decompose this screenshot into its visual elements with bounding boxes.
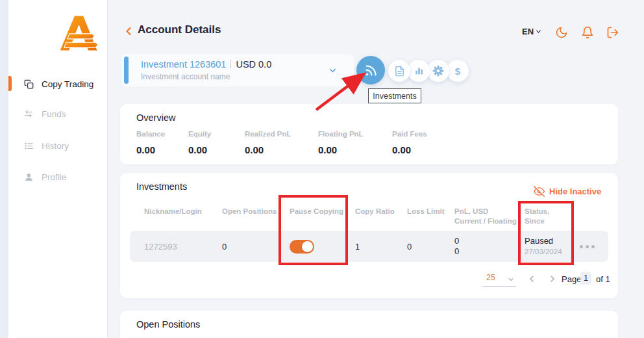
report-tab-button[interactable]	[388, 60, 410, 82]
cell-open-positions: 0	[222, 231, 227, 262]
open-positions-card: Open Positions	[120, 311, 618, 338]
bar-chart-icon	[414, 66, 425, 77]
overview-title: Overview	[136, 112, 175, 123]
open-positions-title: Open Positions	[136, 319, 200, 330]
current-page-box: 1	[580, 272, 591, 285]
metric-value: 0.00	[136, 144, 165, 155]
page-of-label: of 1	[596, 274, 610, 284]
cell-loss-limit: 0	[407, 231, 412, 262]
metric-value: 0.00	[245, 144, 291, 155]
sidebar-item-copy-trading[interactable]: Copy Trading	[8, 75, 107, 92]
rows-per-page-select[interactable]: 25	[482, 271, 516, 287]
copy-icon	[23, 79, 34, 89]
metric-equity: Equity 0.00	[188, 130, 211, 155]
rows-per-page-value: 25	[486, 273, 495, 282]
list-icon	[23, 140, 34, 151]
left-edge-strip	[0, 0, 8, 338]
investments-tab-button[interactable]	[356, 56, 385, 84]
amarkets-logo[interactable]	[59, 16, 99, 51]
settings-tab-button[interactable]	[427, 60, 449, 82]
sidebar-item-funds[interactable]: Funds	[8, 105, 107, 122]
sidebar-item-history[interactable]: History	[8, 137, 107, 154]
account-name: Investment 1263601	[141, 59, 226, 70]
metric-value: 0.00	[318, 144, 364, 155]
rss-investments-icon	[364, 64, 378, 77]
col-header-loss-limit: Loss Limit	[407, 207, 445, 216]
page-title: Account Details	[138, 23, 221, 36]
col-header-pause-copying: Pause Copying	[290, 207, 343, 216]
cell-pnl: 0 0	[454, 231, 459, 262]
fees-tab-button[interactable]: $	[447, 60, 469, 82]
transfer-icon	[23, 109, 34, 119]
next-page-button[interactable]	[547, 274, 558, 284]
status-since: 27/03/2024	[525, 246, 562, 257]
moon-icon[interactable]	[555, 26, 568, 39]
metric-label: Equity	[188, 130, 211, 138]
chevron-down-icon	[535, 28, 542, 35]
investments-title: Investments	[136, 181, 187, 192]
account-selector[interactable]: Investment 1263601 USD 0.0 Investment ac…	[121, 54, 354, 86]
sidebar-item-label: History	[42, 141, 69, 151]
metric-label: Realized PnL	[245, 130, 291, 138]
table-row: 1272593 0 1 0 0 0 Paused 27/03/2024	[130, 231, 608, 262]
sidebar-item-label: Copy Trading	[42, 79, 93, 89]
metric-value: 0.00	[392, 144, 427, 155]
sidebar-item-label: Funds	[42, 109, 66, 119]
chevron-down-icon	[507, 276, 515, 283]
investments-card: Investments Hide Inactive Nickname/Login…	[120, 173, 618, 298]
metric-label: Balance	[136, 130, 165, 138]
bell-icon[interactable]	[581, 26, 594, 39]
account-details-page: Copy Trading Funds History Profile Accou…	[0, 0, 644, 338]
logout-icon[interactable]	[606, 26, 619, 39]
investments-tooltip: Investments	[368, 88, 421, 103]
metric-floating-pnl: Floating PnL 0.00	[318, 130, 364, 155]
metric-paid-fees: Paid Fees 0.00	[392, 130, 427, 155]
metric-value: 0.00	[188, 144, 211, 155]
sidebar-item-profile[interactable]: Profile	[8, 168, 107, 185]
pause-copying-toggle[interactable]	[290, 240, 314, 254]
col-header-nickname: Nickname/Login	[144, 207, 202, 216]
eye-off-icon	[534, 186, 545, 197]
metric-label: Paid Fees	[392, 130, 427, 138]
divider	[230, 60, 231, 69]
language-selector[interactable]: EN	[522, 27, 542, 36]
page-label: Page	[562, 274, 581, 284]
pnl-current: 0	[454, 236, 459, 246]
sidebar-item-label: Profile	[42, 172, 66, 182]
col-header-copy-ratio: Copy Ratio	[355, 207, 395, 216]
cell-copy-ratio: 1	[355, 231, 360, 262]
cell-status: Paused 27/03/2024	[525, 231, 562, 262]
hide-inactive-button[interactable]: Hide Inactive	[534, 186, 601, 197]
account-balance: USD 0.0	[236, 59, 271, 70]
back-button[interactable]	[122, 25, 135, 38]
col-header-pnl: PnL, USDCurrent / Floating	[454, 207, 517, 226]
account-accent-bar	[124, 57, 129, 84]
status-badge: Paused	[525, 236, 553, 246]
toggle-knob	[302, 241, 313, 252]
language-label: EN	[522, 27, 534, 36]
metric-realized-pnl: Realized PnL 0.00	[245, 130, 291, 155]
col-header-open-positions: Open Positions	[222, 207, 277, 216]
statistics-tab-button[interactable]	[408, 60, 430, 82]
account-subtitle: Investment account name	[141, 72, 230, 81]
metric-label: Floating PnL	[318, 130, 364, 138]
pnl-floating: 0	[454, 246, 459, 257]
metric-balance: Balance 0.00	[136, 130, 165, 155]
chevron-down-icon[interactable]	[328, 66, 338, 75]
gear-icon	[432, 65, 444, 77]
row-actions-menu[interactable]	[580, 231, 595, 262]
user-icon	[23, 172, 34, 182]
hide-inactive-label: Hide Inactive	[549, 187, 601, 196]
col-header-status: Status,Since	[525, 207, 549, 226]
prev-page-button[interactable]	[526, 274, 537, 284]
overview-card: Overview Balance 0.00 Equity 0.00 Realiz…	[120, 104, 618, 164]
dollar-icon: $	[455, 66, 460, 77]
file-report-icon	[394, 66, 405, 77]
cell-nickname: 1272593	[144, 231, 177, 262]
